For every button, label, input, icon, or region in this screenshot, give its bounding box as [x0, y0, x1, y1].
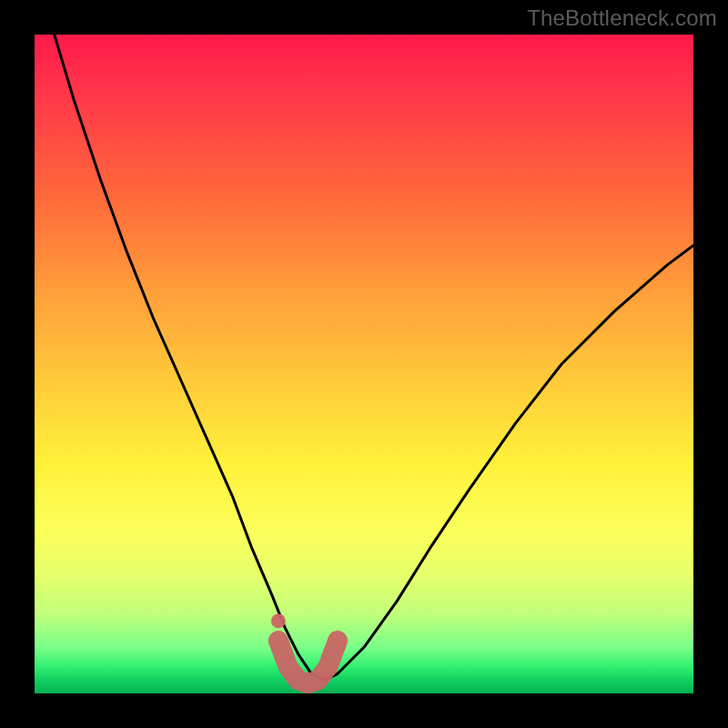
plot-area [35, 35, 693, 693]
highlight-band [278, 641, 338, 683]
watermark-text: TheBottleneck.com [527, 5, 717, 31]
curve-layer [35, 35, 693, 693]
chart-frame: TheBottleneck.com [0, 0, 728, 728]
bottleneck-curve [55, 35, 693, 681]
highlight-dot [271, 613, 286, 628]
